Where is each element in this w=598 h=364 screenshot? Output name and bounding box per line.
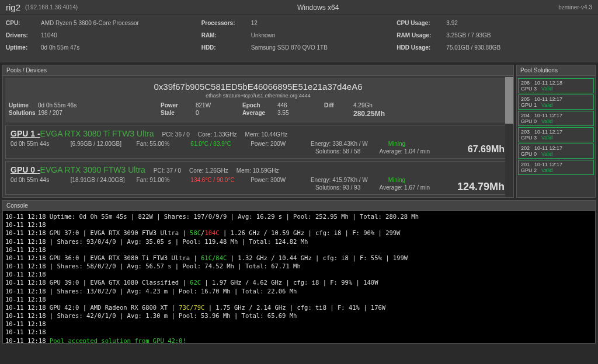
gpu-card-1[interactable]: GPU 1 - EVGA RTX 3080 Ti FTW3 Ultra PCI:… — [5, 125, 511, 159]
gpu1-fan: Fan: 55.00% — [137, 141, 189, 147]
solution-item[interactable]: 20510-11 12:17GPU 1Valid — [518, 94, 594, 110]
gpu0-power: Power: 300W — [251, 177, 309, 183]
console-output[interactable]: 10-11 12:18 Uptime: 0d 0h 55m 45s | 822W… — [3, 211, 595, 343]
gpu0-fan: Fan: 91.00% — [137, 177, 189, 183]
gpu0-core: Core: 1.26GHz — [189, 167, 228, 174]
system-info: CPU:AMD Ryzen 5 3600 6-Core Processor Dr… — [0, 15, 598, 62]
gpu1-core: Core: 1.33GHz — [198, 131, 237, 138]
pools-title: Pools / Devices — [3, 65, 513, 76]
p-avg-v: 3.55 — [277, 110, 324, 118]
gpu1-avg: Average: 1.04 / min — [379, 148, 430, 155]
hdd-value: Samsung SSD 870 QVO 1TB — [251, 44, 328, 51]
p-stale-v: 0 — [196, 110, 242, 118]
p-epoch-v: 446 — [277, 102, 324, 108]
pool-summary: 0x39f67b905C581ED5bE46066895E51e21a37d4e… — [5, 78, 511, 123]
hdd-label: HDD: — [201, 44, 251, 51]
gpu1-pci: PCI: 36 / 0 — [162, 131, 190, 138]
gpu0-temp: 134.6°C / 90.0°C — [190, 177, 249, 183]
uptime-value: 0d 0h 55m 47s — [41, 44, 79, 51]
p-pow-v: 821W — [196, 102, 242, 108]
cpuu-label: CPU Usage: — [397, 20, 446, 26]
solution-item[interactable]: 20410-11 12:17GPU 0Valid — [518, 111, 594, 126]
pools-devices-panel: Pools / Devices 0x39f67b905C581ED5bE4606… — [2, 65, 514, 198]
rig-name: rig2 — [6, 2, 20, 12]
pool-solutions-panel: Pool Solutions 20610-11 12:18GPU 3Valid2… — [516, 65, 596, 198]
pool-address: 0x39f67b905C581ED5bE46066895E51e21a37d4e… — [9, 82, 507, 92]
ramu-value: 3.25GB / 7.93GB — [446, 32, 491, 38]
gpu0-status: Mining — [388, 177, 405, 183]
header-bar: rig2 (192.168.1.36:4014) Windows x64 bzm… — [0, 0, 598, 15]
console-title: Console — [3, 201, 595, 211]
p-epoch-l: Epoch — [242, 102, 277, 108]
gpu1-memory: [6.96GB / 12.00GB] — [71, 141, 135, 147]
solution-item[interactable]: 20210-11 12:17GPU 0Valid — [518, 144, 594, 159]
console-panel: Console 10-11 12:18 Uptime: 0d 0h 55m 45… — [2, 200, 596, 344]
drivers-label: Drivers: — [6, 32, 41, 38]
p-diff-v: 4.29Gh — [353, 102, 412, 108]
p-pow-l: Power — [161, 102, 196, 108]
gpu-card-0[interactable]: GPU 0 - EVGA RTX 3090 FTW3 Ultra PCI: 37… — [5, 161, 511, 195]
gpu1-title: GPU 1 - — [11, 129, 40, 138]
solution-item[interactable]: 20610-11 12:18GPU 3Valid — [518, 78, 594, 93]
proc-label: Processors: — [201, 20, 251, 26]
gpu1-uptime: 0d 0h 55m 44s — [11, 141, 69, 147]
hddu-label: HDD Usage: — [397, 44, 446, 51]
gpu0-hashrate: 124.79Mh — [457, 181, 505, 193]
p-avg-l: Average — [242, 110, 277, 118]
solution-item[interactable]: 20110-11 12:17GPU 2Valid — [518, 160, 594, 175]
gpu1-energy: Energy: 338.43Kh / W — [311, 141, 387, 147]
proc-value: 12 — [251, 20, 258, 26]
gpu0-avg: Average: 1.67 / min — [379, 184, 430, 191]
p-sol-l: Solutions — [9, 110, 38, 118]
drivers-value: 11040 — [41, 32, 57, 38]
hddu-value: 75.01GB / 930.88GB — [446, 44, 500, 51]
solutions-title: Pool Solutions — [517, 65, 595, 76]
ram-label: RAM: — [201, 32, 251, 38]
ramu-label: RAM Usage: — [397, 32, 446, 38]
gpu1-model: EVGA RTX 3080 Ti FTW3 Ultra — [40, 129, 154, 138]
p-diff-l: Diff — [324, 102, 353, 108]
version-label: bzminer-v4.3 — [558, 4, 592, 10]
gpu0-pci: PCI: 37 / 0 — [154, 167, 181, 174]
os-label: Windows x64 — [78, 4, 558, 12]
gpu0-mem: Mem: 10.59GHz — [237, 167, 279, 174]
gpu0-solutions: Solutions: 93 / 93 — [315, 184, 360, 191]
gpu0-memory: [18.91GB / 24.00GB] — [71, 177, 135, 183]
pools-scrollbar[interactable] — [505, 77, 513, 197]
p-uptime-l: Uptime — [9, 102, 38, 108]
gpu1-temp: 61.0°C / 83.9°C — [190, 141, 249, 147]
rig-ip: (192.168.1.36:4014) — [25, 4, 78, 10]
gpu1-status: Mining — [388, 141, 405, 147]
gpu1-mem: Mem: 10.44GHz — [245, 131, 288, 138]
p-stale-l: Stale — [161, 110, 196, 118]
gpu1-solutions: Solutions: 58 / 58 — [315, 148, 360, 155]
cpuu-value: 3.92 — [446, 20, 457, 26]
uptime-label: Uptime: — [6, 44, 41, 51]
p-sol-v: 198 / 207 — [38, 110, 161, 118]
gpu0-energy: Energy: 415.97Kh / W — [311, 177, 387, 183]
gpu1-power: Power: 200W — [251, 141, 309, 147]
p-uptime-v: 0d 0h 55m 46s — [38, 102, 161, 108]
p-total: 280.25Mh — [353, 110, 385, 118]
gpu0-model: EVGA RTX 3090 FTW3 Ultra — [40, 165, 145, 174]
gpu1-hashrate: 67.69Mh — [468, 144, 505, 155]
gpu0-title: GPU 0 - — [11, 165, 40, 174]
scroll-thumb[interactable] — [505, 77, 513, 124]
pool-url: ethash stratum+tcp://us1.ethermine.org:4… — [9, 93, 507, 99]
gpu0-uptime: 0d 0h 55m 44s — [11, 177, 69, 183]
ram-value: Unknown — [251, 32, 276, 38]
solution-item[interactable]: 20310-11 12:17GPU 3Valid — [518, 127, 594, 142]
cpu-label: CPU: — [6, 20, 41, 26]
cpu-value: AMD Ryzen 5 3600 6-Core Processor — [41, 20, 139, 26]
